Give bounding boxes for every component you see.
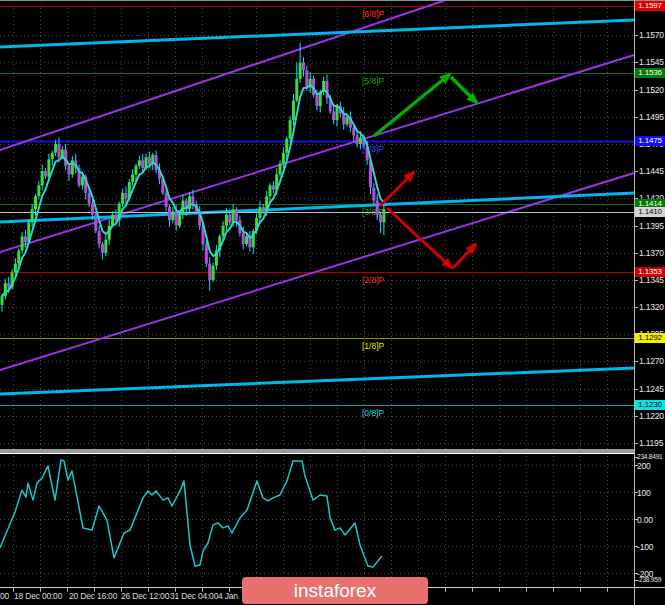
candle-body	[356, 135, 359, 144]
candle-body	[17, 251, 20, 264]
candle-body	[168, 207, 171, 220]
price-tick-label: 1.1370	[639, 248, 664, 258]
candle-body	[114, 215, 117, 220]
price-tick-label: 1.1320	[639, 302, 664, 312]
candle-body	[135, 166, 138, 175]
price-tick-label: 1.1445	[639, 166, 664, 176]
price-level-badge: 1.1353	[635, 267, 665, 277]
candle-body	[382, 209, 385, 222]
time-axis-label: 4 Jan	[218, 591, 238, 601]
candle-body	[315, 95, 318, 106]
candle-body	[262, 207, 265, 211]
candle-body	[205, 244, 208, 264]
murrey-level-label: [1/8]P	[362, 341, 385, 351]
candle-body	[292, 101, 295, 121]
price-level-badge: 1.1475	[635, 136, 665, 146]
candle-body	[98, 231, 101, 244]
panel-separator	[0, 449, 634, 453]
price-tick-label: 1.1520	[639, 85, 664, 95]
candle-body	[208, 264, 211, 280]
candle-body	[346, 117, 349, 125]
candle-body	[258, 207, 261, 218]
price-tick-label: 1.1270	[639, 356, 664, 366]
candle-body	[41, 171, 44, 185]
candle-body	[54, 144, 57, 153]
candle-body	[31, 209, 34, 222]
candle-body	[131, 174, 134, 182]
candle-body	[228, 215, 231, 223]
candle-body	[282, 153, 285, 164]
price-level-badge: 1.1597	[635, 1, 665, 11]
candle-body	[342, 114, 345, 125]
price-chart-canvas[interactable]: [6/8]P[5/8]P[4/8]P[3/8]P[2/8]P[1/8]P[0/8…	[0, 0, 665, 605]
candle-body	[295, 79, 298, 101]
price-tick-label: 1.1195	[639, 438, 663, 448]
candle-body	[279, 164, 282, 175]
candle-body	[178, 215, 181, 226]
candle-body	[141, 160, 144, 168]
candle-body	[359, 138, 362, 145]
murrey-level-label: [2/8]P	[362, 275, 385, 285]
price-tick-label: 1.1220	[639, 411, 664, 421]
candle-body	[111, 215, 114, 226]
candle-body	[14, 264, 17, 273]
price-tick-label: 1.1570	[639, 30, 664, 40]
candle-body	[285, 139, 288, 153]
price-tick-label: 1.1495	[639, 112, 664, 122]
candle-body	[34, 196, 37, 209]
price-tick-label: 1.1245	[639, 384, 664, 394]
candle-body	[101, 244, 104, 253]
time-axis-label: 00	[0, 591, 9, 601]
candle-body	[91, 204, 94, 215]
murrey-level-label: [6/8]P	[362, 9, 385, 19]
candle-body	[376, 201, 379, 215]
candle-body	[352, 128, 355, 136]
candle-body	[88, 193, 91, 204]
candle-body	[305, 70, 308, 87]
candle-body	[272, 185, 275, 189]
price-tick-label: 1.1395	[639, 221, 664, 231]
price-level-badge: 1.1410	[635, 207, 665, 217]
candle-body	[191, 196, 194, 204]
candle-body	[37, 185, 40, 196]
price-level-badge: 1.1536	[635, 68, 665, 78]
time-axis-label: 31 Dec 04:00	[170, 591, 218, 601]
oscillator-scale-label: -238.959	[637, 576, 661, 583]
candle-body	[81, 177, 84, 186]
candle-body	[372, 188, 375, 201]
candle-body	[57, 144, 60, 157]
candle-body	[175, 211, 178, 225]
candle-body	[245, 236, 248, 244]
forex-chart-screenshot: [6/8]P[5/8]P[4/8]P[3/8]P[2/8]P[1/8]P[0/8…	[0, 0, 665, 605]
candle-body	[24, 236, 27, 241]
murrey-level-label: [0/8]P	[362, 408, 385, 418]
murrey-level-label: [5/8]P	[362, 76, 385, 86]
candle-body	[51, 153, 54, 160]
watermark-text: instaforex	[294, 580, 376, 601]
candle-body	[379, 215, 382, 223]
candle-body	[165, 193, 168, 207]
candle-body	[104, 240, 107, 253]
candle-body	[222, 226, 225, 237]
candle-body	[242, 233, 245, 244]
oscillator-scale-label: 0.00	[637, 515, 653, 525]
price-level-badge: 1.1230	[635, 400, 665, 410]
candle-body	[68, 166, 71, 175]
price-tick-label: 1.1545	[639, 57, 664, 67]
candle-body	[188, 196, 191, 209]
candle-body	[44, 171, 47, 176]
candle-body	[225, 215, 228, 226]
candle-body	[336, 106, 339, 120]
candle-body	[138, 160, 141, 165]
oscillator-scale-label: 200	[637, 461, 651, 471]
candle-body	[235, 209, 238, 220]
candle-body	[171, 211, 174, 220]
candle-body	[94, 215, 97, 231]
price-level-badge: 1.1292	[635, 333, 665, 343]
candle-body	[332, 111, 335, 120]
candle-body	[289, 120, 292, 138]
candle-body	[232, 209, 235, 222]
instaforex-watermark: instaforex	[242, 577, 428, 604]
candle-body	[299, 63, 302, 79]
time-axis-label: 20 Dec 16:00	[69, 591, 117, 601]
